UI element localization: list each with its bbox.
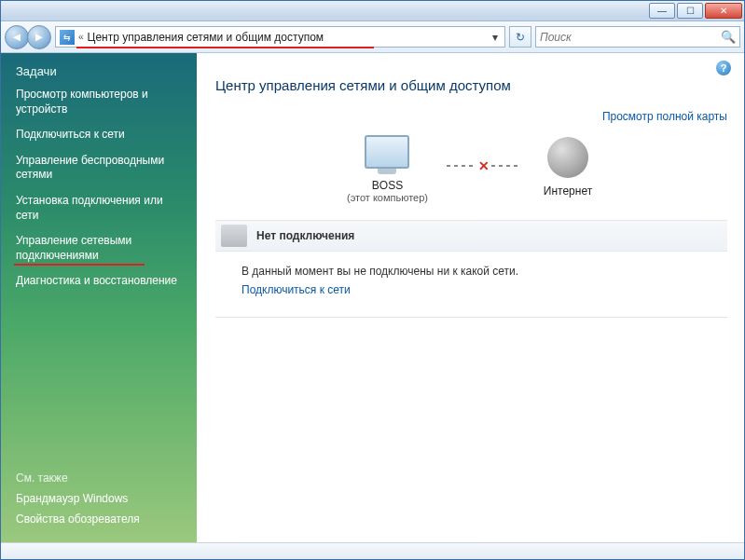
back-button[interactable]: ◄ — [5, 25, 29, 49]
titlebar: — ☐ ✕ — [1, 1, 744, 21]
page-title: Центр управления сетями и общим доступом — [215, 77, 727, 93]
close-icon: ✕ — [720, 6, 727, 16]
sidebar: Задачи Просмотр компьютеров и устройств … — [1, 53, 197, 542]
minimize-icon: — — [657, 6, 667, 16]
sidebar-task-diagnose-repair[interactable]: Диагностика и восстановление — [16, 274, 184, 289]
body: Задачи Просмотр компьютеров и устройств … — [1, 53, 744, 542]
sidebar-task-view-computers[interactable]: Просмотр компьютеров и устройств — [16, 88, 184, 116]
connect-to-network-link[interactable]: Подключиться к сети — [241, 283, 727, 296]
refresh-button[interactable]: ↻ — [509, 26, 531, 48]
tasks-header: Задачи — [16, 64, 184, 78]
refresh-icon: ↻ — [516, 31, 525, 44]
close-button[interactable]: ✕ — [705, 3, 742, 19]
breadcrumb-chevron-icon: « — [78, 32, 84, 42]
divider — [215, 317, 727, 318]
network-center-icon: ⇆ — [60, 30, 75, 45]
sidebar-task-manage-connections[interactable]: Управление сетевыми подключениями — [16, 234, 184, 263]
main-content: ? Центр управления сетями и общим доступ… — [197, 53, 744, 542]
help-button[interactable]: ? — [716, 61, 731, 75]
address-text: Центр управления сетями и общим доступом — [88, 31, 488, 44]
disconnected-icon: ✕ — [476, 158, 491, 173]
node-pc-label: BOSS — [347, 179, 428, 192]
node-internet-label: Интернет — [540, 184, 596, 198]
globe-icon — [547, 137, 588, 178]
help-icon: ? — [721, 62, 727, 74]
connection-status-title: Нет подключения — [256, 229, 354, 242]
forward-icon: ► — [34, 30, 46, 44]
status-message: В данный момент вы не подключены ни к ка… — [241, 265, 727, 278]
nav-buttons: ◄ ► — [5, 25, 51, 49]
sidebar-task-setup-connection[interactable]: Установка подключения или сети — [16, 194, 184, 223]
annotation-underline — [76, 47, 374, 48]
node-internet: Интернет — [540, 134, 596, 198]
connection-line: ✕ — [447, 165, 521, 167]
back-icon: ◄ — [11, 30, 23, 44]
address-dropdown-icon[interactable]: ▾ — [488, 31, 503, 44]
network-status-icon — [221, 225, 247, 247]
sidebar-task-connect-network[interactable]: Подключиться к сети — [16, 128, 184, 143]
see-also-header: См. также — [16, 471, 184, 485]
connection-status-row: Нет подключения — [215, 220, 727, 252]
computer-icon — [365, 135, 409, 169]
search-input[interactable] — [540, 31, 721, 44]
sidebar-task-manage-wireless[interactable]: Управление беспроводными сетями — [16, 154, 184, 183]
minimize-button[interactable]: — — [649, 3, 675, 19]
sidebar-link-internet-options[interactable]: Свойства обозревателя — [16, 512, 184, 526]
search-icon[interactable]: 🔍 — [721, 30, 736, 44]
sidebar-spacer — [16, 300, 184, 471]
sidebar-link-firewall[interactable]: Брандмауэр Windows — [16, 492, 184, 505]
network-map: BOSS (этот компьютер) ✕ Интернет — [215, 129, 727, 203]
navbar: ◄ ► ⇆ « Центр управления сетями и общим … — [1, 21, 744, 53]
maximize-icon: ☐ — [686, 6, 695, 16]
node-pc-sublabel: (этот компьютер) — [347, 192, 428, 203]
maximize-button[interactable]: ☐ — [677, 3, 703, 19]
statusbar — [1, 542, 744, 559]
view-full-map-link[interactable]: Просмотр полной карты — [215, 110, 727, 123]
node-this-computer: BOSS (этот компьютер) — [347, 129, 428, 203]
window: — ☐ ✕ ◄ ► ⇆ « Центр управления сетями и … — [0, 0, 745, 560]
forward-button[interactable]: ► — [27, 25, 51, 49]
search-bar[interactable]: 🔍 — [535, 26, 740, 48]
address-bar[interactable]: ⇆ « Центр управления сетями и общим дост… — [55, 26, 505, 48]
